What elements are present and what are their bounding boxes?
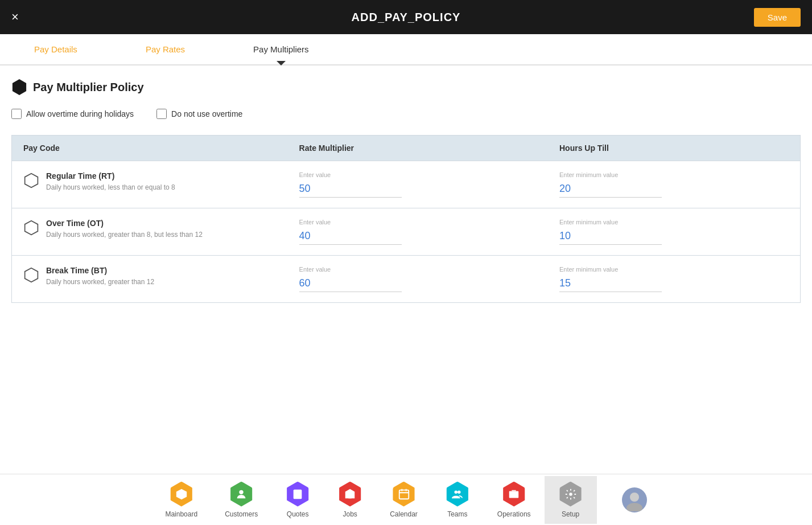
nav-item-teams[interactable]: Teams [431, 476, 484, 524]
rate-label-1: Enter value [299, 219, 537, 225]
svg-point-17 [630, 493, 639, 502]
rate-cell-2: Enter value [288, 256, 548, 303]
tabs-bar: Pay Details Pay Rates Pay Multipliers [0, 34, 812, 65]
nav-item-quotes[interactable]: Quotes [271, 476, 324, 524]
tab-pay-details[interactable]: Pay Details [0, 34, 112, 64]
operations-icon [501, 482, 526, 507]
section-title: Pay Multiplier Policy [11, 79, 801, 95]
pay-multiplier-table: Pay Code Rate Multiplier Hours Up Till R… [11, 135, 801, 303]
allow-overtime-checkbox[interactable]: Allow overtime during holidays [11, 109, 134, 119]
calendar-icon [391, 482, 417, 507]
save-button[interactable]: Save [754, 8, 801, 27]
svg-marker-1 [25, 221, 38, 235]
rate-input-0[interactable] [299, 181, 402, 198]
avatar-image [622, 487, 647, 512]
jobs-icon [337, 482, 362, 507]
col-header-rate: Rate Multiplier [288, 136, 548, 161]
hours-cell-1: Enter minimum value [548, 208, 801, 256]
no-overtime-input[interactable] [156, 109, 167, 119]
nav-item-calendar[interactable]: Calendar [376, 476, 431, 524]
paycode-name-1: Over Time (OT) [46, 219, 203, 228]
hours-label-2: Enter minimum value [559, 266, 789, 273]
paycode-cell-2: Break Time (BT) Daily hours worked, grea… [12, 256, 288, 303]
rate-label-2: Enter value [299, 266, 537, 273]
user-avatar[interactable] [608, 482, 661, 518]
table-row: Break Time (BT) Daily hours worked, grea… [12, 256, 801, 303]
rate-input-2[interactable] [299, 275, 402, 292]
no-overtime-checkbox[interactable]: Do not use overtime [156, 109, 242, 119]
header: × ADD_PAY_POLICY Save [0, 0, 812, 34]
paycode-cell-1: Over Time (OT) Daily hours worked, great… [12, 208, 288, 256]
table-header-row: Pay Code Rate Multiplier Hours Up Till [12, 136, 801, 161]
allow-overtime-input[interactable] [11, 109, 22, 119]
paycode-name-2: Break Time (BT) [46, 266, 154, 275]
svg-rect-9 [399, 490, 409, 499]
checkboxes-row: Allow overtime during holidays Do not us… [11, 109, 801, 119]
section-icon [11, 79, 27, 95]
svg-marker-2 [25, 268, 38, 282]
close-button[interactable]: × [11, 11, 19, 23]
hours-input-1[interactable] [559, 228, 662, 245]
svg-marker-0 [25, 174, 38, 188]
paycode-name-0: Regular Time (RT) [46, 171, 175, 181]
main-content: Pay Multiplier Policy Allow overtime dur… [0, 65, 812, 474]
paycode-hex-icon-2 [23, 267, 39, 283]
hours-label-0: Enter minimum value [559, 171, 789, 178]
svg-point-13 [454, 490, 457, 494]
paycode-desc-0: Daily hours worked, less than or equal t… [46, 183, 175, 192]
svg-point-16 [569, 493, 572, 496]
rate-label-0: Enter value [299, 171, 537, 178]
hours-cell-2: Enter minimum value [548, 256, 801, 303]
quotes-icon [285, 482, 310, 507]
hours-cell-0: Enter minimum value [548, 161, 801, 208]
col-header-paycode: Pay Code [12, 136, 288, 161]
hours-input-0[interactable] [559, 181, 662, 198]
nav-item-operations[interactable]: Operations [484, 476, 545, 524]
nav-item-jobs[interactable]: Jobs [324, 476, 376, 524]
rate-cell-0: Enter value [288, 161, 548, 208]
paycode-cell-0: Regular Time (RT) Daily hours worked, le… [12, 161, 288, 208]
nav-item-customers[interactable]: Customers [211, 476, 271, 524]
hours-input-2[interactable] [559, 275, 662, 292]
rate-input-1[interactable] [299, 228, 402, 245]
nav-item-mainboard[interactable]: Mainboard [151, 476, 211, 524]
table-row: Over Time (OT) Daily hours worked, great… [12, 208, 801, 256]
tab-pay-rates[interactable]: Pay Rates [112, 34, 219, 64]
col-header-hours: Hours Up Till [548, 136, 801, 161]
customers-icon [229, 482, 254, 507]
paycode-hex-icon-0 [23, 173, 39, 188]
mainboard-icon [169, 482, 194, 507]
setup-icon [558, 482, 583, 507]
hours-label-1: Enter minimum value [559, 219, 789, 225]
rate-cell-1: Enter value [288, 208, 548, 256]
bottom-navigation: Mainboard Customers Quotes Jobs Calendar… [0, 474, 812, 525]
nav-item-setup[interactable]: Setup [545, 476, 597, 524]
paycode-desc-2: Daily hours worked, greater than 12 [46, 277, 154, 287]
paycode-hex-icon-1 [23, 220, 39, 236]
page-title: ADD_PAY_POLICY [352, 11, 461, 24]
svg-rect-8 [348, 494, 352, 498]
teams-icon [445, 482, 470, 507]
table-row: Regular Time (RT) Daily hours worked, le… [12, 161, 801, 208]
tab-pay-multipliers[interactable]: Pay Multipliers [219, 34, 343, 64]
svg-point-3 [239, 490, 243, 494]
svg-point-18 [626, 503, 642, 511]
svg-rect-15 [509, 491, 519, 498]
paycode-desc-1: Daily hours worked, greater than 8, but … [46, 230, 203, 240]
svg-point-14 [457, 490, 461, 494]
